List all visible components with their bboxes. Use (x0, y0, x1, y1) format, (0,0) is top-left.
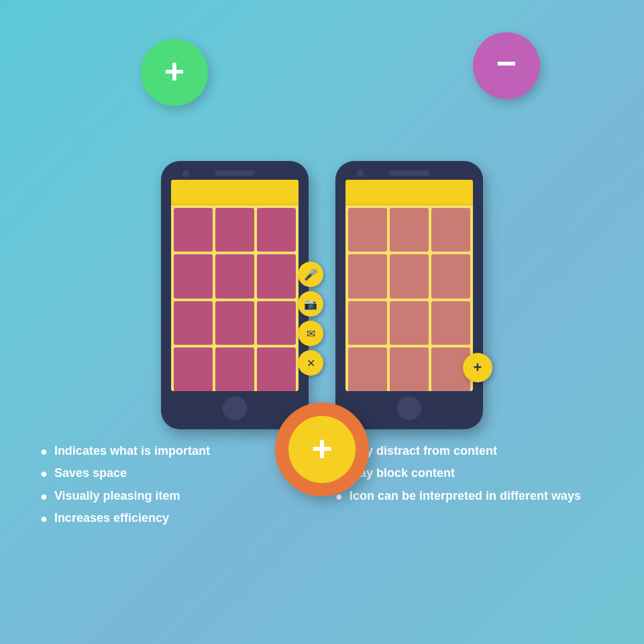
grid-cell (174, 347, 213, 390)
pros-list-item: Visually pleasing item (40, 488, 309, 504)
left-phone-camera (182, 170, 189, 177)
main-container: + − (0, 0, 644, 644)
grid-cell (215, 254, 254, 299)
orange-inner-circle: + (288, 416, 356, 483)
orange-plus-circle: + (275, 402, 369, 496)
grid-cell (215, 301, 254, 345)
green-plus-icon: + (164, 54, 184, 89)
right-phone-grid (345, 205, 473, 391)
left-phone-wrapper: 🎤 📷 ✉ ✕ (161, 161, 309, 429)
pros-column: Indicates what is important Saves space … (40, 443, 309, 532)
grid-cell (257, 254, 296, 299)
grid-cell (390, 208, 429, 252)
right-phone-wrapper: + (335, 161, 483, 429)
right-phone-camera (357, 170, 364, 177)
grid-cell (348, 347, 387, 390)
fab-close-button[interactable]: ✕ (298, 350, 323, 376)
grid-cell (174, 254, 213, 299)
cons-item-text: May distract from content (350, 443, 497, 459)
left-screen-header (171, 180, 299, 205)
grid-cell (174, 301, 213, 345)
cons-list-item: May block content (335, 465, 604, 482)
orange-plus-icon: + (311, 430, 333, 466)
pros-item-text: Increases efficiency (54, 510, 169, 526)
grid-cell (390, 301, 429, 345)
pros-item-text: Saves space (54, 465, 127, 481)
cons-column: May distract from content May block cont… (335, 443, 604, 532)
fab-mail-button[interactable]: ✉ (298, 321, 323, 346)
fab-camera-button[interactable]: 📷 (298, 291, 323, 317)
grid-cell (257, 347, 296, 390)
cons-list-item: Icon can be interpreted in different way… (335, 488, 604, 504)
grid-cell (431, 301, 470, 345)
grid-cell (431, 208, 470, 252)
pros-list-item: Saves space (40, 465, 309, 482)
cons-list: May distract from content May block cont… (335, 443, 604, 504)
purple-minus-circle: − (473, 32, 540, 99)
left-phone-home-button (223, 396, 247, 420)
grid-cell (390, 347, 429, 390)
pros-list-item: Indicates what is important (40, 443, 309, 460)
cons-item-text: Icon can be interpreted in different way… (350, 488, 581, 504)
grid-cell (257, 208, 296, 252)
grid-cell (348, 208, 387, 252)
pros-item-text: Visually pleasing item (54, 488, 180, 504)
left-phone: 🎤 📷 ✉ ✕ (161, 161, 309, 429)
mic-icon: 🎤 (304, 268, 317, 281)
left-phone-grid (171, 205, 299, 391)
phones-area: 🎤 📷 ✉ ✕ (0, 0, 644, 429)
pros-list: Indicates what is important Saves space … (40, 443, 309, 527)
grid-cell (215, 208, 254, 252)
mail-icon: ✉ (307, 327, 315, 340)
close-icon: ✕ (307, 357, 315, 370)
fab-mic-button[interactable]: 🎤 (298, 262, 323, 287)
left-phone-screen (171, 180, 299, 391)
grid-cell (431, 254, 470, 299)
right-phone: + (335, 161, 483, 429)
pros-list-item: Increases efficiency (40, 510, 309, 527)
camera-icon: 📷 (304, 298, 317, 311)
cons-list-item: May distract from content (335, 443, 604, 460)
grid-cell (257, 301, 296, 345)
left-phone-speaker (215, 170, 255, 176)
green-plus-circle: + (141, 39, 208, 106)
pros-item-text: Indicates what is important (54, 443, 210, 459)
right-phone-speaker (389, 170, 429, 176)
grid-cell (174, 208, 213, 252)
fab-stack: 🎤 📷 ✉ ✕ (298, 262, 323, 376)
grid-cell (215, 347, 254, 390)
purple-minus-icon: − (496, 46, 517, 80)
right-phone-screen (345, 180, 473, 391)
right-phone-fab[interactable]: + (463, 353, 492, 382)
grid-cell (348, 301, 387, 345)
grid-cell (348, 254, 387, 299)
right-phone-home-button (397, 396, 421, 420)
right-fab-plus-icon: + (474, 359, 482, 376)
grid-cell (390, 254, 429, 299)
right-screen-header (345, 180, 473, 205)
